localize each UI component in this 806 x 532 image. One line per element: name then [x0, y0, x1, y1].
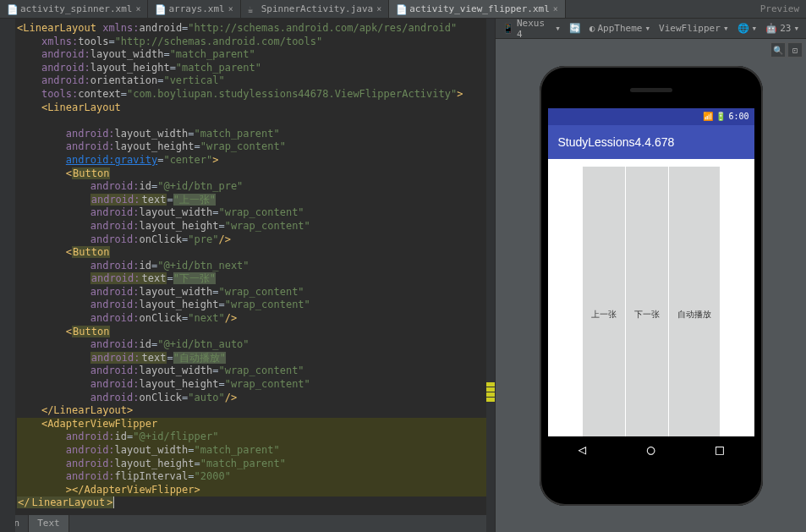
tab-activity-spinner[interactable]: 📄 activity_spinner.xml × [0, 0, 148, 18]
battery-icon: 🔋 [716, 112, 726, 121]
globe-icon: 🌐 [737, 23, 749, 34]
wifi-icon: 📶 [703, 112, 713, 121]
button-row: 上一张 下一张 自动播放 [582, 166, 720, 463]
app-content: 上一张 下一张 自动播放 [548, 159, 754, 463]
code-editor[interactable]: <LinearLayout xmlns:android="http://sche… [0, 19, 495, 515]
android-status-bar: 📶 🔋 6:00 [548, 108, 754, 125]
status-time: 6:00 [728, 112, 748, 121]
preview-tab-label: Preview [754, 0, 806, 18]
android-icon: 🤖 [765, 23, 777, 34]
device-frame: 📶 🔋 6:00 StudyLessions4.4.678 上一张 下一张 自动… [540, 66, 763, 506]
tab-arrays[interactable]: 📄 arrays.xml × [148, 0, 240, 18]
phone-icon: 📱 [502, 23, 514, 34]
zoom-in-button[interactable]: 🔍 [770, 42, 786, 58]
tab-activity-view-flipper[interactable]: 📄 activity_view_flipper.xml × [389, 0, 566, 18]
rotate-icon: 🔄 [569, 23, 581, 34]
theme-icon: ◐ [589, 23, 595, 34]
editor-scrollbar[interactable] [486, 19, 495, 532]
next-button[interactable]: 下一张 [625, 166, 668, 463]
tab-spinner-activity[interactable]: ☕ SpinnerActivity.java × [241, 0, 389, 18]
close-icon[interactable]: × [376, 4, 381, 14]
viewclass-selector[interactable]: ViewFlipper▾ [659, 23, 728, 34]
editor-panel: <LinearLayout xmlns:android="http://sche… [0, 19, 495, 532]
preview-label-text: Preview [760, 3, 799, 14]
xml-icon: 📄 [155, 4, 165, 14]
tab-label: SpinnerActivity.java [261, 3, 373, 14]
api-label: 23 [780, 23, 791, 34]
device-label: Nexus 4 [517, 19, 552, 40]
tab-label: arrays.xml [168, 3, 224, 14]
device-selector[interactable]: 📱 Nexus 4▾ [502, 19, 561, 40]
theme-selector[interactable]: ◐ AppTheme▾ [589, 23, 650, 34]
app-title: StudyLessions4.4.678 [558, 135, 675, 149]
xml-icon: 📄 [396, 4, 406, 14]
java-icon: ☕ [248, 4, 258, 14]
orientation-button[interactable]: 🔄 [569, 23, 581, 34]
device-screen: 📶 🔋 6:00 StudyLessions4.4.678 上一张 下一张 自动… [548, 108, 754, 463]
app-toolbar: StudyLessions4.4.678 [548, 125, 754, 159]
back-icon[interactable]: ◁ [578, 442, 586, 458]
android-nav-bar: ◁ ○ □ [548, 436, 754, 463]
api-selector[interactable]: 🤖 23▾ [765, 23, 799, 34]
preview-toolbar: 📱 Nexus 4▾ 🔄 ◐ AppTheme▾ ViewFlipper▾ 🌐▾… [496, 19, 806, 39]
close-icon[interactable]: × [135, 4, 140, 14]
tab-label: activity_spinner.xml [20, 3, 132, 14]
tab-label: activity_view_flipper.xml [409, 3, 550, 14]
locale-selector[interactable]: 🌐▾ [737, 23, 758, 34]
editor-tabs: 📄 activity_spinner.xml × 📄 arrays.xml × … [0, 0, 806, 19]
close-icon[interactable]: × [228, 4, 233, 14]
main-area: <LinearLayout xmlns:android="http://sche… [0, 19, 806, 532]
home-icon[interactable]: ○ [647, 442, 655, 458]
close-icon[interactable]: × [553, 4, 558, 14]
theme-label: AppTheme [597, 23, 642, 34]
xml-icon: 📄 [7, 4, 17, 14]
text-tab[interactable]: Text [29, 515, 69, 532]
recents-icon[interactable]: □ [716, 442, 724, 458]
viewclass-label: ViewFlipper [659, 23, 721, 34]
preview-panel: 📱 Nexus 4▾ 🔄 ◐ AppTheme▾ ViewFlipper▾ 🌐▾… [495, 19, 806, 532]
phone-speaker [630, 88, 672, 92]
prev-button[interactable]: 上一张 [582, 166, 625, 463]
auto-button[interactable]: 自动播放 [668, 166, 720, 463]
zoom-fit-button[interactable]: ⊡ [787, 42, 803, 58]
zoom-controls: 🔍 ⊡ [770, 42, 803, 58]
preview-canvas[interactable]: 🔍 ⊡ 📶 🔋 6:00 StudyLessions4.4.678 [496, 39, 806, 532]
editor-view-tabs: gn Text [0, 515, 495, 532]
